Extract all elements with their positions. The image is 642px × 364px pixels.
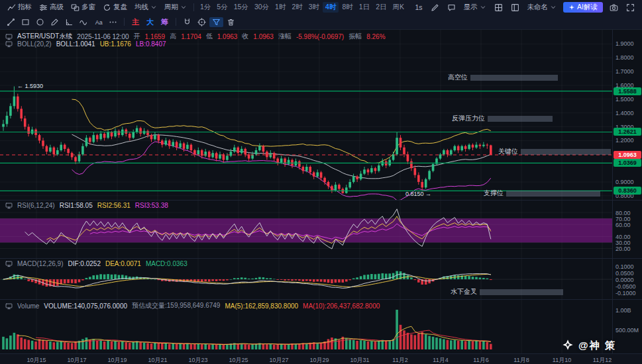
timeframe-tf-1m[interactable]: 1分: [197, 2, 213, 13]
boll-mb-value: BOLL:1.0041: [56, 40, 95, 48]
brand-icon: [562, 339, 574, 353]
price-axis[interactable]: 1.90001.80001.70001.60001.50001.40001.30…: [612, 29, 642, 353]
draw-tool-rectangle[interactable]: [19, 17, 32, 27]
time-tick: 11月8: [513, 356, 529, 364]
toolbar-ma-menu[interactable]: 均线: [131, 2, 160, 13]
price-level-badge-resistance[interactable]: 1.5588: [614, 87, 641, 95]
tool-filter[interactable]: [209, 17, 223, 27]
timeframe-tf-2d[interactable]: 2日: [373, 2, 389, 13]
timeframe-group: 1分5分15分30分1时2时3时4时8时1日2日周K: [197, 2, 407, 13]
axis-tick: -0.1000: [615, 290, 636, 296]
timeframe-tf-1h[interactable]: 1时: [272, 2, 288, 13]
rsi-title[interactable]: RSI(6,12,24): [17, 202, 55, 209]
timeframe-tf-30m[interactable]: 30分: [252, 2, 272, 13]
boll-title[interactable]: BOLL(20,2): [17, 40, 52, 48]
fullscreen-button[interactable]: [623, 3, 638, 13]
time-tick: 11月4: [433, 356, 448, 364]
price-levels-layer[interactable]: [0, 91, 612, 191]
mode-chip-mode[interactable]: 筹: [158, 17, 172, 27]
toolbar-indicators[interactable]: 指标: [4, 2, 35, 13]
price-level-badge-rebound-pressure[interactable]: 1.2621: [614, 128, 641, 136]
line-tool-icon: [7, 18, 15, 26]
draw-tool-text[interactable]: Aa: [91, 17, 105, 27]
annotation-text: 水下金叉: [451, 287, 477, 296]
grid-icon: [494, 3, 503, 12]
annotation-label[interactable]: 高空位: [448, 73, 558, 82]
low-value: 1.0963: [217, 33, 238, 40]
panel-toggle-icon[interactable]: [5, 40, 13, 48]
annotation-label[interactable]: 关键位: [498, 147, 611, 156]
timeframe-tf-1d[interactable]: 1日: [356, 2, 372, 13]
chevron-down-icon: [180, 4, 187, 11]
rsi-band: [0, 218, 612, 242]
time-tick: 10月17: [67, 356, 86, 364]
timeframe-tf-8h[interactable]: 8时: [339, 2, 355, 13]
edit-button[interactable]: [427, 3, 443, 13]
panel-toggle-icon[interactable]: [5, 202, 13, 209]
toolbar-replay[interactable]: 复盘: [99, 2, 131, 13]
draw-tool-wave[interactable]: [77, 17, 91, 27]
tool-magnet[interactable]: [180, 17, 194, 27]
ai-analysis-button[interactable]: AI解读: [563, 2, 603, 13]
price-level-badge-key-level[interactable]: 1.0369: [614, 159, 641, 167]
grid-layout-button[interactable]: [491, 3, 506, 13]
text-tool-icon: Aa: [94, 18, 103, 26]
volume-title[interactable]: Volume: [17, 302, 39, 310]
draw-tool-more-tools[interactable]: [106, 17, 120, 27]
macd-title[interactable]: MACD(12,26,9): [17, 260, 63, 267]
advanced-icon: [39, 3, 48, 12]
draw-tool-trend-line[interactable]: [4, 17, 18, 27]
toolbar-separator: [193, 3, 194, 11]
toolbar-left-group: 指标高级多窗复盘均线周期: [4, 2, 190, 13]
chart-region[interactable]: ASTER/USDT永续 2025-11-06 12:00 开1.1659 高1…: [0, 29, 642, 364]
rsi1-value: RSI1:58.05: [60, 202, 93, 209]
time-axis[interactable]: 10月1510月1710月1910月2110月2310月2510月2710月29…: [0, 353, 642, 364]
panel-toggle-icon[interactable]: [5, 260, 13, 267]
candle-datetime: 2025-11-06 12:00: [77, 33, 129, 40]
axis-tick: 1.2000: [615, 137, 634, 144]
price-level-badge-support[interactable]: 0.8360: [614, 187, 641, 195]
chevron-down-icon: [550, 4, 557, 11]
comments-button[interactable]: [444, 3, 459, 13]
toolbar-advanced[interactable]: 高级: [36, 2, 67, 13]
draw-tool-ellipse[interactable]: [33, 17, 47, 27]
draw-tool-angle[interactable]: [62, 17, 76, 27]
timeframe-tf-1w[interactable]: 周K: [390, 2, 407, 13]
annotation-label[interactable]: 水下金叉: [451, 287, 563, 296]
display-menu[interactable]: 显示: [460, 2, 490, 13]
timeframe-tf-3h[interactable]: 3时: [306, 2, 322, 13]
mode-main-chart-mode[interactable]: 主: [129, 17, 142, 27]
timeframe-tf-5m[interactable]: 5分: [214, 2, 230, 13]
template-menu[interactable]: 未命名: [524, 2, 561, 13]
price-mark[interactable]: ← 1.5930: [17, 83, 43, 89]
panel-divider: [0, 200, 642, 201]
circle-tool-icon: [36, 18, 44, 26]
axis-tick: 500.00M: [615, 327, 639, 334]
toolbar-multi-window[interactable]: 多窗: [68, 2, 99, 13]
replay-speed-button[interactable]: 1s: [411, 3, 425, 12]
tool-measure[interactable]: [195, 17, 209, 27]
price-mark[interactable]: 0.8150 →: [405, 191, 431, 197]
timeframe-tf-15m[interactable]: 15分: [231, 2, 251, 13]
panel-toggle-icon[interactable]: [5, 302, 13, 310]
panel-toggle-icon[interactable]: [5, 33, 13, 40]
timeframe-tf-4h[interactable]: 4时: [323, 2, 339, 13]
volume-value: VOLUME:140,075,076.0000: [44, 302, 127, 310]
annotation-bar: [521, 149, 611, 155]
symbol-name[interactable]: ASTER/USDT永续: [17, 32, 72, 41]
toolbar-period-menu[interactable]: 周期: [161, 2, 190, 13]
estimated-volume-value: 预估成交量:159,958,649.6749: [132, 301, 220, 310]
annotation-label[interactable]: 反弹压力位: [452, 114, 553, 123]
price-level-badge-last-price[interactable]: 1.0963: [614, 151, 641, 159]
mode-large-mode[interactable]: 大: [143, 17, 157, 27]
macd-info-bar: MACD(12,26,9) DIF:0.0252 DEA:0.0071 MACD…: [5, 260, 187, 267]
panel-layout-button[interactable]: [508, 3, 523, 13]
time-tick: 10月25: [229, 356, 248, 364]
tool-delete-drawing[interactable]: [224, 17, 238, 27]
draw-tool-brush[interactable]: [48, 17, 62, 27]
close-label: 收: [242, 32, 248, 41]
trash-icon: [227, 18, 235, 26]
screenshot-button[interactable]: [606, 3, 621, 13]
annotation-label[interactable]: 支撑位: [484, 189, 600, 198]
timeframe-tf-2h[interactable]: 2时: [289, 2, 305, 13]
